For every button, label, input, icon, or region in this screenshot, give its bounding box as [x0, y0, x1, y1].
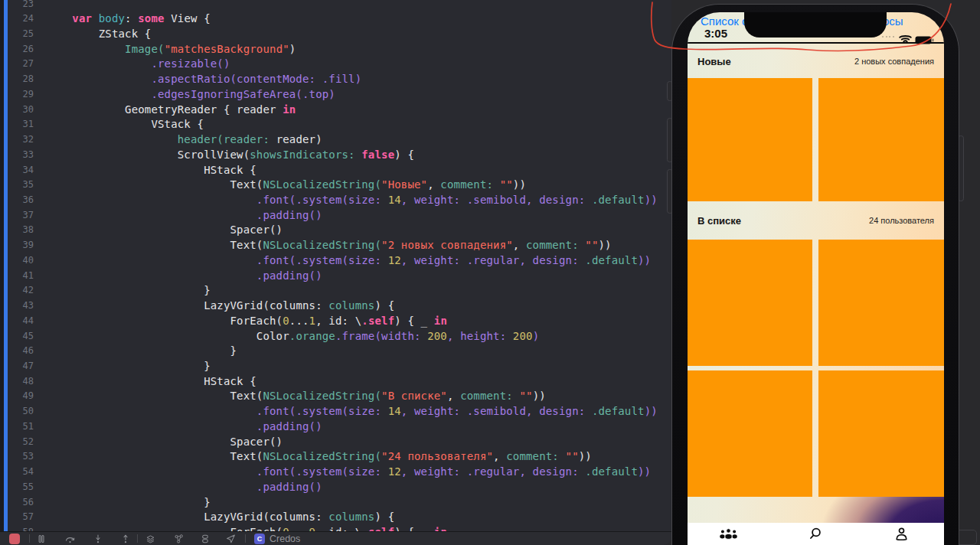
code-line-55: .padding() — [46, 480, 322, 495]
step-over-button[interactable] — [64, 533, 76, 545]
line-number: 48 — [0, 374, 34, 390]
code-line-30: GeometryReader { reader in — [46, 103, 296, 118]
running-app-icon: C — [254, 533, 265, 545]
code-line-43: LazyVGrid(columns: columns) { — [46, 299, 394, 314]
tab-search search-icon[interactable] — [808, 527, 822, 543]
line-number: 44 — [0, 314, 34, 329]
code-editor[interactable]: 2324 var body: some View {25 ZStack {26 … — [0, 0, 671, 531]
code-line-33: ScrollView(showsIndicators: false) { — [46, 148, 414, 163]
pause-button[interactable] — [36, 533, 47, 545]
line-number: 26 — [0, 42, 34, 57]
location-button[interactable] — [225, 533, 237, 545]
debug-graph-button[interactable] — [173, 533, 185, 545]
step-out-button[interactable] — [120, 533, 131, 545]
running-app-name: Credos — [270, 534, 300, 544]
code-line-28: .aspectRatio(contentMode: .fill) — [46, 72, 361, 87]
code-line-49: Text(NSLocalizedString("В списке", comme… — [46, 389, 546, 404]
iphone-screen: Список с осы 3:05 Новые2 новых — [688, 12, 944, 545]
code-line-37: .padding() — [46, 208, 322, 224]
status-time: 3:05 — [704, 27, 727, 40]
line-number: 53 — [0, 449, 34, 465]
code-line-47: } — [46, 359, 211, 374]
code-line-57: LazyVGrid(columns: columns) { — [46, 510, 394, 525]
stop-button[interactable] — [9, 533, 20, 545]
line-number: 32 — [0, 132, 34, 148]
tab-matches people-icon[interactable] — [719, 527, 738, 543]
code-line-26: Image("matchesBackground") — [46, 42, 296, 57]
code-line-41: .padding() — [46, 269, 322, 284]
code-line-35: Text(NSLocalizedString("Новые", comment:… — [46, 178, 526, 193]
line-number: 46 — [0, 344, 34, 359]
code-line-42: } — [46, 283, 211, 299]
line-number: 41 — [0, 269, 34, 284]
code-line-34: HStack { — [46, 163, 256, 178]
line-number: 37 — [0, 208, 34, 224]
line-number: 27 — [0, 57, 34, 72]
match-cell[interactable] — [688, 370, 812, 497]
line-number: 23 — [0, 0, 34, 11]
code-line-24: var body: some View { — [46, 11, 211, 27]
grid-row — [688, 240, 944, 366]
line-number: 52 — [0, 435, 34, 450]
code-line-53: Text(NSLocalizedString("24 пользователя"… — [46, 449, 592, 465]
code-line-32: header(reader: reader) — [46, 132, 322, 148]
code-line-31: VStack { — [46, 117, 204, 132]
code-line-46: } — [46, 344, 237, 359]
section-meta: 2 новых совпадения — [854, 57, 934, 66]
iphone-bezel: Список с осы 3:05 Новые2 новых — [671, 4, 959, 545]
section-title: В списке — [697, 215, 741, 227]
line-number: 42 — [0, 283, 34, 299]
code-line-25: ZStack { — [46, 27, 151, 42]
match-cell[interactable] — [688, 78, 812, 201]
line-number: 25 — [0, 27, 34, 42]
line-number: 57 — [0, 510, 34, 525]
line-number: 47 — [0, 359, 34, 374]
match-cell[interactable] — [818, 240, 944, 366]
divider — [137, 534, 138, 543]
stop-icon — [9, 534, 20, 544]
line-number: 33 — [0, 148, 34, 163]
line-number: 54 — [0, 465, 34, 480]
section-meta: 24 пользователя — [869, 216, 934, 225]
line-number: 58 — [0, 525, 34, 531]
code-line-45: Color.orange.frame(width: 200, height: 2… — [46, 329, 539, 344]
line-number: 30 — [0, 103, 34, 118]
code-line-56: } — [46, 495, 211, 511]
grid-row — [688, 370, 944, 497]
line-number: 29 — [0, 87, 34, 103]
credos-app-icon: C — [254, 534, 265, 544]
line-number: 39 — [0, 238, 34, 253]
match-cell[interactable] — [688, 240, 812, 366]
screenshot-stage: 2324 var body: some View {25 ZStack {26 … — [0, 0, 980, 545]
line-number: 38 — [0, 223, 34, 238]
line-number: 36 — [0, 193, 34, 208]
divider — [245, 534, 246, 543]
nav-button-left[interactable]: Список с — [701, 15, 748, 28]
match-cell[interactable] — [818, 78, 944, 201]
memory-graph-button[interactable] — [200, 533, 211, 545]
tab-profile person-icon[interactable] — [894, 527, 909, 543]
line-number: 24 — [0, 11, 34, 27]
navbar-divider-line — [688, 42, 944, 44]
line-number: 45 — [0, 329, 34, 344]
debug-bar: C Credos — [0, 531, 671, 545]
code-line-44: ForEach(0...1, id: \.self) { _ in — [46, 314, 447, 329]
line-number: 43 — [0, 299, 34, 314]
section-title: Новые — [697, 56, 731, 67]
line-number: 49 — [0, 389, 34, 404]
line-number: 35 — [0, 178, 34, 193]
tab-bar — [688, 523, 944, 545]
match-cell[interactable] — [818, 370, 944, 497]
code-line-51: .padding() — [46, 419, 322, 435]
code-line-29: .edgesIgnoringSafeArea(.top) — [46, 87, 335, 103]
line-number: 50 — [0, 404, 34, 419]
view-hierarchy-button[interactable] — [145, 533, 156, 545]
xcode-window: 2324 var body: some View {25 ZStack {26 … — [0, 0, 671, 545]
step-into-button[interactable] — [93, 533, 103, 545]
code-line-27: .resizable() — [46, 57, 230, 72]
app-content: Новые2 новых совпаденияВ списке24 пользо… — [688, 44, 944, 497]
code-line-48: HStack { — [46, 374, 256, 390]
notch — [744, 12, 887, 38]
line-number: 40 — [0, 253, 34, 269]
code-line-52: Spacer() — [46, 435, 283, 450]
